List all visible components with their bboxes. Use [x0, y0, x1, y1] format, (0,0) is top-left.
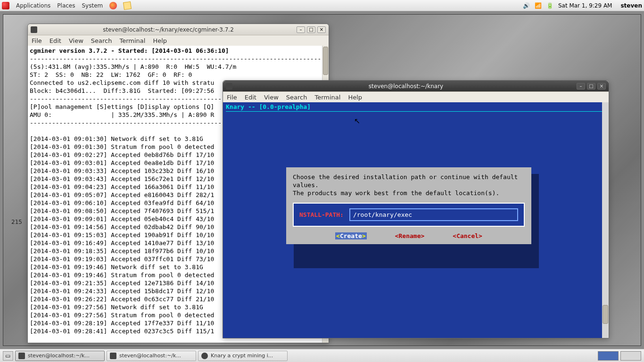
dialog-text-line: values.	[293, 181, 525, 189]
battery-icon[interactable]	[546, 2, 553, 9]
app-header: Knary -- [0.0-prealpha]	[223, 102, 609, 111]
log-line: [2014-03-01 09:21:35] Accepted 12e71386 …	[30, 280, 214, 287]
workspace-1[interactable]	[598, 351, 619, 361]
workspace-2[interactable]	[620, 351, 641, 361]
menu-view[interactable]: View	[69, 37, 83, 44]
taskbar-item-firefox[interactable]: Knary a crypt mining i...	[198, 351, 288, 361]
desktop: 215 steven@localhost:~/knary/exec/cgmine…	[0, 11, 644, 349]
cgminer-header: cgminer version 3.7.2 - Started: [2014-0…	[30, 47, 229, 54]
show-desktop-button[interactable]: ▭	[3, 351, 13, 361]
menu-search[interactable]: Search	[91, 37, 112, 44]
menu-applications[interactable]: Applications	[16, 2, 50, 9]
install-path-input[interactable]	[349, 208, 518, 221]
close-button[interactable]: ×	[317, 26, 326, 33]
log-line: [2014-03-01 09:19:46] Network diff set t…	[30, 263, 203, 271]
menubar: File Edit View Search Terminal Help	[223, 92, 609, 102]
menu-terminal[interactable]: Terminal	[314, 94, 340, 101]
menu-help[interactable]: Help	[153, 37, 167, 44]
log-line: [2014-03-01 09:27:56] Network diff set t…	[30, 304, 203, 311]
stats-line: Block: b4c306d1... Diff:3.81G Started: […	[30, 87, 214, 94]
log-line: [2014-03-01 09:04:23] Accepted 166a3061 …	[30, 183, 214, 190]
install-path-field-group: NSTALL-PATH:	[293, 203, 525, 227]
log-line: [2014-03-01 09:15:03] Accepted 190ab91f …	[30, 231, 214, 239]
log-line: [2014-03-01 09:27:56] Stratum from pool …	[30, 312, 214, 319]
stats-line: ST: 2 SS: 0 NB: 22 LW: 1762 GF: 0 RF: 0	[30, 71, 192, 78]
window-title: steven@localhost:~/knary	[235, 83, 577, 90]
options-line: [P]ool management [S]ettings [D]isplay o…	[30, 103, 214, 110]
cancel-button[interactable]: <Cancel>	[453, 232, 482, 239]
minimize-button[interactable]: –	[297, 26, 305, 33]
log-line: [2014-03-01 09:19:03] Accepted 037ffc01 …	[30, 255, 214, 263]
terminal-window-knary: steven@localhost:~/knary – □ × File Edit…	[223, 80, 609, 338]
log-line: [2014-03-01 09:08:50] Accepted 7f407693 …	[30, 207, 214, 214]
log-line: [2014-03-01 09:26:22] Accepted 0c63cc77 …	[30, 296, 214, 303]
log-line: [2014-03-01 09:02:27] Accepted 0eb8d76b …	[30, 151, 214, 158]
scrollbar-thumb[interactable]	[323, 47, 328, 75]
clock[interactable]: Sat Mar 1, 9:29 AM	[558, 2, 612, 9]
scrollbar[interactable]	[602, 102, 609, 338]
firefox-launcher-icon[interactable]	[109, 2, 117, 9]
log-line: [2014-03-01 09:01:30] Network diff set t…	[30, 135, 203, 142]
stats-line: (5s):431.8M (avg):335.3Mh/s | A:890 R:0 …	[30, 63, 236, 70]
terminal-icon	[226, 83, 232, 90]
taskbar-label: steven@localhost:~/k...	[28, 353, 90, 359]
create-button[interactable]: <Create>	[335, 232, 367, 239]
divider	[226, 111, 606, 112]
taskbar-label: steven@localhost:~/k...	[119, 353, 181, 359]
menu-help[interactable]: Help	[348, 94, 362, 101]
install-path-dialog: Choose the desired installation path or …	[286, 167, 531, 244]
terminal-icon	[31, 26, 37, 33]
titlebar[interactable]: steven@localhost:~/knary – □ ×	[223, 81, 609, 92]
divider: ----------------------------------------…	[30, 55, 325, 62]
minimize-button[interactable]: –	[577, 83, 585, 90]
menu-file[interactable]: File	[227, 94, 237, 101]
log-line: [2014-03-01 09:16:49] Accepted 1410ae77 …	[30, 239, 214, 247]
menu-file[interactable]: File	[32, 37, 42, 44]
menu-view[interactable]: View	[264, 94, 279, 101]
log-line: [2014-03-01 09:09:01] Accepted 05eb40c4 …	[30, 215, 214, 222]
maximize-button[interactable]: □	[307, 26, 315, 33]
log-line: [2014-03-01 09:03:43] Accepted 156c72e1 …	[30, 175, 214, 182]
log-line: [2014-03-01 09:01:30] Stratum from pool …	[30, 143, 214, 150]
volume-icon[interactable]	[523, 2, 530, 9]
distro-logo-icon	[2, 2, 9, 9]
close-button[interactable]: ×	[597, 83, 606, 90]
menu-terminal[interactable]: Terminal	[119, 37, 145, 44]
log-line: [2014-03-01 09:19:46] Stratum from pool …	[30, 272, 214, 279]
menu-search[interactable]: Search	[286, 94, 307, 101]
bottom-panel: ▭ steven@localhost:~/k... steven@localho…	[0, 349, 644, 362]
menu-places[interactable]: Places	[57, 2, 75, 9]
device-line: AMU 0: | 335.2M/335.3Mh/s | A:890 R	[30, 111, 214, 118]
menu-system[interactable]: System	[82, 2, 103, 9]
dialog-text-line: Choose the desired installation path or …	[293, 173, 525, 181]
notes-launcher-icon[interactable]	[123, 1, 132, 9]
log-line: [2014-03-01 09:18:35] Accepted 18f977b6 …	[30, 247, 214, 255]
menu-edit[interactable]: Edit	[50, 37, 61, 44]
rename-button[interactable]: <Rename>	[395, 232, 425, 239]
terminal-icon	[18, 353, 25, 359]
taskbar-label: Knary a crypt mining i...	[211, 353, 273, 359]
log-line: [2014-03-01 09:14:56] Accepted 02dbab42 …	[30, 223, 214, 230]
terminal-output[interactable]: Knary -- [0.0-prealpha] Choose the desir…	[223, 102, 609, 338]
log-line: [2014-03-01 09:24:33] Accepted 15b8dc17 …	[30, 288, 214, 295]
network-icon[interactable]	[535, 2, 542, 9]
log-line: [2014-03-01 09:06:10] Accepted 03fea9fd …	[30, 199, 214, 206]
install-path-label: NSTALL-PATH:	[299, 211, 344, 218]
dialog-text-line: The products may work best from the defa…	[293, 189, 525, 197]
log-line: [2014-03-01 09:28:41] Accepted 0237c3c5 …	[30, 328, 214, 335]
titlebar[interactable]: steven@localhost:~/knary/exec/cgminer-3.…	[28, 24, 329, 35]
menu-edit[interactable]: Edit	[245, 94, 256, 101]
stats-line: Connected to us2.eclipsemc.com diff 10 w…	[30, 79, 214, 86]
taskbar-item-terminal2[interactable]: steven@localhost:~/k...	[107, 351, 196, 361]
maximize-button[interactable]: □	[587, 83, 595, 90]
firefox-icon	[201, 353, 208, 359]
taskbar-item-terminal1[interactable]: steven@localhost:~/k...	[15, 351, 105, 361]
log-line: [2014-03-01 09:28:19] Accepted 17f7e337 …	[30, 320, 214, 327]
terminal-icon	[110, 353, 116, 359]
log-line: [2014-03-01 09:05:07] Accepted e8160043 …	[30, 191, 214, 198]
menubar: File Edit View Search Terminal Help	[28, 35, 329, 46]
log-line: [2014-03-01 09:03:33] Accepted 103c23b2 …	[30, 167, 214, 174]
scrollbar-thumb[interactable]	[603, 305, 608, 324]
top-panel: Applications Places System Sat Mar 1, 9:…	[0, 0, 644, 11]
user-menu[interactable]: steven	[620, 2, 642, 9]
